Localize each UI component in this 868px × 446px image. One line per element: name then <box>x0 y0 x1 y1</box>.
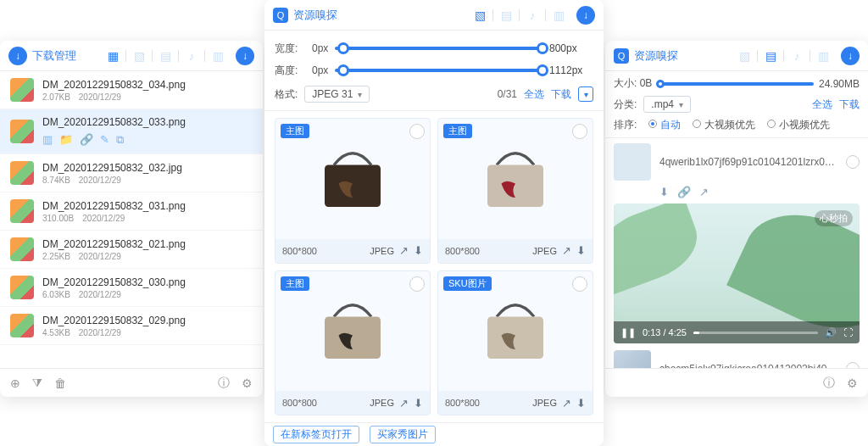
video-time: 0:13 / 4:25 <box>643 327 687 337</box>
doc-icon[interactable]: ▥ <box>42 133 53 147</box>
left-download-all-button[interactable]: ↓ <box>236 47 254 65</box>
list-item[interactable]: DM_20201229150832_031.png 310.00B2020/12… <box>0 192 263 231</box>
card-bar: 800*800 JPEG ↗ ⬇ <box>438 239 593 263</box>
audio-filter-icon[interactable]: ♪ <box>182 47 201 65</box>
list-item[interactable]: DM_20201229150832_034.png 2.07KB2020/12/… <box>0 71 263 109</box>
audio-tab-icon[interactable]: ♪ <box>523 6 542 25</box>
left-title-text: 下载管理 <box>32 48 76 64</box>
select-circle[interactable] <box>409 276 425 292</box>
save-tab-icon[interactable]: ▤ <box>497 6 515 25</box>
copy-icon[interactable]: ⧉ <box>116 133 124 147</box>
pause-icon[interactable]: ❚❚ <box>620 327 636 338</box>
select-all-link[interactable]: 全选 <box>812 98 832 112</box>
download-icon[interactable]: ⬇ <box>414 244 423 257</box>
open-icon[interactable]: ↗ <box>562 397 571 410</box>
image-card[interactable]: SKU图片 800*800 JPEG ↗ ⬇ <box>437 270 593 416</box>
doc-tab-icon[interactable]: ▥ <box>814 47 832 65</box>
card-bar: 800*800 JPEG ↗ ⬇ <box>275 239 430 263</box>
image-card[interactable]: 主图 800*800 JPEG ↗ ⬇ <box>437 118 593 264</box>
image-card[interactable]: 主图 800*800 JPEG ↗ ⬇ <box>275 118 431 264</box>
chevron-down-icon: ▾ <box>679 100 683 109</box>
filter-button[interactable]: ⧩ <box>32 376 42 390</box>
svg-rect-0 <box>325 164 381 207</box>
download-link[interactable]: 下载 <box>551 87 571 102</box>
size-slider[interactable] <box>657 82 814 86</box>
list-item[interactable]: DM_20201229150832_030.png 6.03KB2020/12/… <box>0 269 263 307</box>
format-select[interactable]: JPEG 31 ▾ <box>304 86 370 103</box>
select-circle[interactable] <box>572 124 587 139</box>
doc-tab-icon[interactable]: ▥ <box>549 6 568 25</box>
item-select-circle[interactable] <box>846 155 860 169</box>
item-select-circle[interactable] <box>846 362 860 368</box>
card-bar: 800*800 JPEG ↗ ⬇ <box>275 391 430 415</box>
resource-sniffer-panel: Q 资源嗅探 ▧ ▤ ♪ ▥ ↓ 宽度: 0px 800px 高度: 0px 1… <box>264 0 604 446</box>
format-label: 格式: <box>275 87 298 102</box>
grid-view-icon[interactable]: ▦ <box>103 47 122 65</box>
download-icon[interactable]: ⬇ <box>659 186 669 198</box>
video-thumb <box>614 350 651 368</box>
file-thumb <box>10 120 34 143</box>
open-new-tab-button[interactable]: 在新标签页打开 <box>273 426 359 443</box>
select-all-link[interactable]: 全选 <box>524 87 544 102</box>
app-logo-icon: Q <box>273 8 288 23</box>
doc-filter-icon[interactable]: ▥ <box>209 47 227 65</box>
volume-icon[interactable]: 🔊 <box>825 327 837 338</box>
card-tag: 主图 <box>281 124 309 138</box>
select-circle[interactable] <box>409 124 425 139</box>
settings-button[interactable]: ⚙ <box>242 376 253 390</box>
add-button[interactable]: ⊕ <box>10 376 20 390</box>
sort-big-radio[interactable]: 大视频优先 <box>693 118 755 132</box>
image-tab-icon[interactable]: ▧ <box>735 47 754 65</box>
download-icon[interactable]: ⬇ <box>576 397 586 410</box>
select-circle[interactable] <box>572 276 587 292</box>
height-slider[interactable] <box>335 69 542 72</box>
height-label: 高度: <box>275 64 305 78</box>
card-bar: 800*800 JPEG ↗ ⬇ <box>438 391 593 415</box>
video-tab-icon[interactable]: ▤ <box>761 47 780 65</box>
size-label: 大小: 0B <box>614 76 652 91</box>
video-player[interactable]: 心秒拍 ❚❚ 0:13 / 4:25 🔊 ⛶ <box>614 203 860 343</box>
width-slider[interactable] <box>335 47 542 50</box>
sort-small-radio[interactable]: 小视频优先 <box>767 118 830 132</box>
download-link[interactable]: 下载 <box>839 98 860 112</box>
image-tab-icon[interactable]: ▧ <box>470 6 489 25</box>
download-icon[interactable]: ⬇ <box>414 397 423 410</box>
image-filter-icon[interactable]: ▧ <box>130 47 148 65</box>
link-icon[interactable]: 🔗 <box>80 133 93 147</box>
card-tag: SKU图片 <box>443 276 492 291</box>
right-footer: ⓘ ⚙ <box>605 368 868 397</box>
video-controls: ❚❚ 0:13 / 4:25 🔊 ⛶ <box>614 321 860 343</box>
file-name: DM_20201229150832_029.png <box>42 315 186 326</box>
image-card[interactable]: 主图 800*800 JPEG ↗ ⬇ <box>275 270 431 416</box>
file-name: DM_20201229150832_033.png <box>42 116 186 128</box>
svg-rect-1 <box>487 164 543 207</box>
open-icon[interactable]: ↗ <box>562 244 571 257</box>
download-dropdown-icon[interactable]: ▾ <box>578 86 593 102</box>
category-select[interactable]: .mp4 ▾ <box>643 96 691 113</box>
buyer-show-button[interactable]: 买家秀图片 <box>370 426 436 443</box>
list-item[interactable]: DM_20201229150832_032.jpg 8.74KB2020/12/… <box>0 154 263 192</box>
center-filters: 宽度: 0px 800px 高度: 0px 1112px 格式: JPEG 31… <box>264 31 604 111</box>
save-filter-icon[interactable]: ▤ <box>156 47 175 65</box>
fullscreen-icon[interactable]: ⛶ <box>843 327 853 337</box>
folder-icon[interactable]: 📁 <box>59 133 73 147</box>
settings-button[interactable]: ⚙ <box>847 376 858 390</box>
audio-tab-icon[interactable]: ♪ <box>787 47 806 65</box>
open-icon[interactable]: ↗ <box>399 244 409 257</box>
sort-auto-radio[interactable]: 自动 <box>648 118 681 132</box>
center-download-all-button[interactable]: ↓ <box>576 6 595 25</box>
rename-icon[interactable]: ✎ <box>100 133 109 147</box>
info-button[interactable]: ⓘ <box>823 376 835 391</box>
link-icon[interactable]: 🔗 <box>677 186 691 198</box>
progress-bar[interactable] <box>693 332 818 334</box>
info-button[interactable]: ⓘ <box>218 376 230 391</box>
open-icon[interactable]: ↗ <box>699 186 709 198</box>
list-item[interactable]: DM_20201229150832_029.png 4.53KB2020/12/… <box>0 307 263 345</box>
delete-button[interactable]: 🗑 <box>54 376 66 390</box>
list-item[interactable]: DM_20201229150832_021.png 2.25KB2020/12/… <box>0 231 263 269</box>
right-download-all-button[interactable]: ↓ <box>841 47 860 65</box>
download-icon[interactable]: ⬇ <box>576 244 586 257</box>
list-item[interactable]: DM_20201229150832_033.png ▥ 📁 🔗 ✎ ⧉ <box>0 109 263 154</box>
open-icon[interactable]: ↗ <box>399 397 409 410</box>
width-label: 宽度: <box>275 42 305 56</box>
